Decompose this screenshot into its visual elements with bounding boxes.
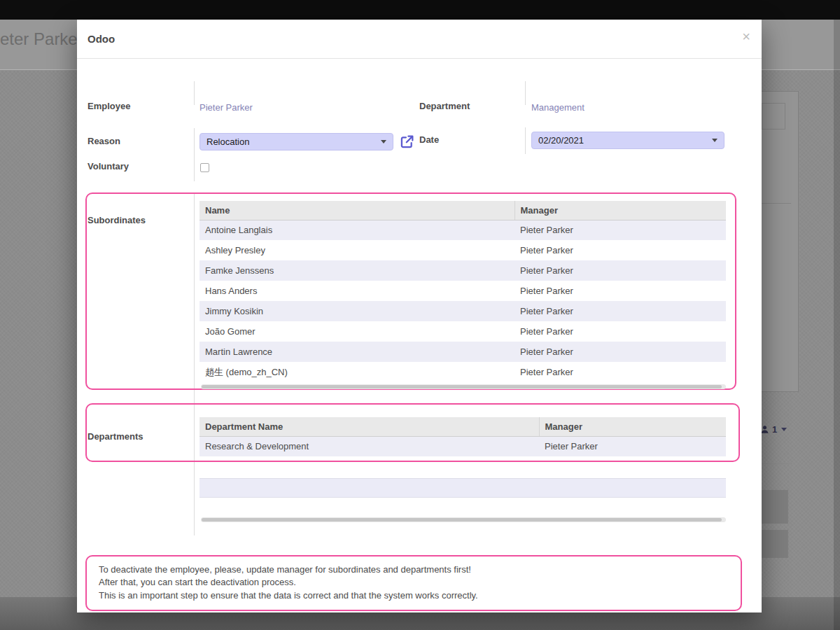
table-row[interactable]: João GomerPieter Parker — [200, 321, 726, 342]
subordinate-manager: Pieter Parker — [514, 240, 726, 260]
reason-selected-option: Relocation — [206, 136, 249, 147]
field-separator — [525, 127, 526, 154]
column-header-name[interactable]: Name — [200, 201, 514, 220]
subordinate-manager: Pieter Parker — [514, 301, 726, 321]
empty-table-row — [200, 478, 726, 498]
subordinate-name: Ashley Presley — [200, 240, 514, 260]
chevron-down-icon — [781, 428, 787, 431]
horizontal-scrollbar[interactable] — [201, 517, 726, 522]
department-value[interactable]: Management — [531, 102, 584, 113]
field-separator — [525, 81, 526, 105]
scrollbar-thumb[interactable] — [202, 385, 722, 388]
background-message-block — [757, 530, 788, 558]
column-header-department-name[interactable]: Department Name — [200, 417, 539, 436]
dialog-title: Odoo — [88, 33, 115, 45]
department-name: Research & Development — [200, 436, 539, 456]
date-label: Date — [419, 134, 439, 145]
column-header-manager[interactable]: Manager — [514, 201, 726, 220]
chevron-down-icon — [381, 140, 386, 144]
background-divider — [762, 203, 791, 204]
reason-select[interactable]: Relocation — [200, 133, 393, 150]
table-row[interactable]: 趙生 (demo_zh_CN)Pieter Parker — [200, 362, 726, 382]
field-separator — [194, 81, 195, 105]
subordinate-manager: Pieter Parker — [514, 362, 726, 382]
departments-label: Departments — [88, 431, 143, 442]
column-header-manager[interactable]: Manager — [539, 417, 726, 436]
odoo-dialog: Odoo × Employee Pieter Parker Department… — [77, 20, 762, 612]
background-topbar — [0, 0, 840, 20]
subordinate-manager: Pieter Parker — [514, 342, 726, 362]
scrollbar-thumb[interactable] — [202, 518, 722, 522]
table-row[interactable]: Hans AndersPieter Parker — [200, 281, 726, 301]
subordinates-header-row: Name Manager — [200, 201, 726, 220]
departments-header-row: Department Name Manager — [200, 417, 726, 436]
warning-line-2: After that, you can start the deactivati… — [99, 576, 478, 589]
followers-count: 1 — [772, 424, 777, 435]
warning-text: To deactivate the employee, please, upda… — [99, 564, 478, 602]
subordinates-table: Name Manager Antoine LanglaisPieter Park… — [200, 201, 726, 382]
warning-line-3: This is an important step to ensure that… — [99, 589, 478, 602]
background-scrollbar-area — [834, 20, 840, 630]
table-row[interactable]: Antoine LanglaisPieter Parker — [200, 220, 726, 240]
employee-value[interactable]: Pieter Parker — [200, 102, 253, 113]
table-row[interactable]: Ashley PresleyPieter Parker — [200, 240, 726, 260]
background-message-block — [757, 490, 788, 524]
voluntary-label: Voluntary — [88, 161, 129, 172]
table-row[interactable]: Martin LawrencePieter Parker — [200, 342, 726, 362]
chevron-down-icon — [712, 139, 718, 142]
warning-highlight-box: To deactivate the employee, please, upda… — [85, 555, 742, 611]
table-row[interactable]: Jimmy KosikinPieter Parker — [200, 301, 726, 321]
departments-table: Department Name Manager Research & Devel… — [200, 417, 726, 456]
background-page-title: eter Parker — [0, 29, 83, 49]
background-divider — [760, 463, 792, 464]
external-link-icon[interactable] — [400, 135, 414, 148]
subordinate-manager: Pieter Parker — [514, 281, 726, 301]
field-separator — [194, 128, 195, 181]
table-row[interactable]: Famke JenssensPieter Parker — [200, 260, 726, 281]
subordinate-name: Antoine Langlais — [200, 220, 514, 240]
subordinate-manager: Pieter Parker — [514, 321, 726, 342]
subordinate-name: Hans Anders — [200, 281, 514, 301]
warning-line-1: To deactivate the employee, please, upda… — [99, 564, 478, 576]
background-followers-chip: 1 — [760, 424, 787, 435]
table-row[interactable]: Research & DevelopmentPieter Parker — [200, 436, 726, 456]
voluntary-checkbox[interactable] — [200, 163, 209, 172]
subordinate-name: 趙生 (demo_zh_CN) — [200, 362, 514, 382]
close-icon[interactable]: × — [742, 29, 750, 43]
subordinate-name: Jimmy Kosikin — [200, 301, 514, 321]
horizontal-scrollbar[interactable] — [201, 384, 726, 389]
reason-label: Reason — [88, 136, 120, 146]
date-select[interactable]: 02/20/2021 — [531, 132, 724, 149]
date-selected-option: 02/20/2021 — [538, 135, 584, 146]
department-manager: Pieter Parker — [539, 436, 726, 456]
subordinate-name: João Gomer — [200, 321, 514, 342]
background-search-box — [762, 103, 785, 130]
subordinate-manager: Pieter Parker — [514, 260, 726, 281]
subordinates-label: Subordinates — [88, 215, 146, 225]
dialog-header: Odoo × — [77, 20, 762, 59]
subordinate-manager: Pieter Parker — [514, 220, 726, 240]
employee-label: Employee — [88, 101, 130, 111]
department-label: Department — [419, 101, 470, 111]
subordinate-name: Famke Jenssens — [200, 260, 514, 281]
subordinate-name: Martin Lawrence — [200, 342, 514, 362]
